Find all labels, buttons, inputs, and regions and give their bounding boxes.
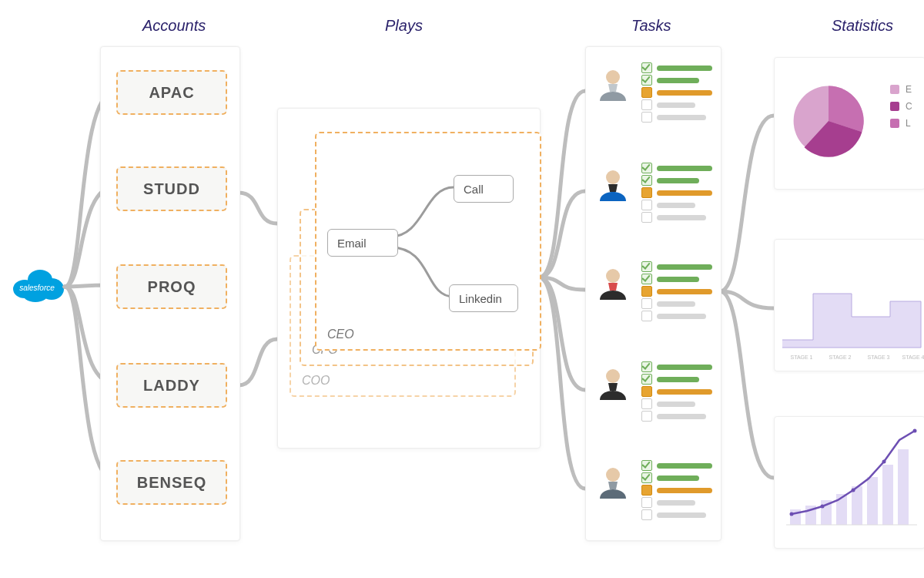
header-plays: Plays [385,17,423,35]
task-person[interactable] [594,361,713,439]
task-line [641,412,712,420]
task-bar [657,414,706,419]
play-node-email[interactable]: Email [327,229,398,257]
svg-point-13 [606,269,620,283]
task-bar [657,277,699,282]
task-checklist [641,64,712,126]
account-item[interactable]: APAC [116,70,227,115]
checkbox-empty-icon [641,497,652,508]
checkbox-done-icon [641,361,652,372]
svg-text:STAGE 2: STAGE 2 [829,355,851,360]
checkbox-empty-icon [641,112,652,123]
task-person[interactable] [594,62,713,139]
task-line [641,388,712,395]
task-line [641,275,712,283]
pie-chart-icon [782,75,875,167]
checkbox-pending-icon [641,485,652,496]
account-item[interactable]: BENSEQ [116,460,227,505]
task-bar [657,115,706,120]
checkbox-empty-icon [641,200,652,210]
stat-card-trend[interactable] [774,416,924,549]
avatar-icon [595,264,631,300]
task-line [641,189,712,197]
checkbox-done-icon [641,261,652,272]
task-line [641,164,712,172]
task-bar [657,178,699,183]
accounts-panel: APAC STUDD PROQ LADDY BENSEQ [100,46,240,541]
task-bar [657,488,712,493]
svg-text:STAGE 4: STAGE 4 [902,355,924,360]
task-bar [657,90,712,96]
task-bar [657,289,712,294]
checkbox-pending-icon [641,286,652,297]
task-bar [657,314,706,319]
trend-chart-icon [775,417,924,548]
checkbox-empty-icon [641,298,652,309]
task-line [641,176,712,184]
task-checklist [641,363,712,425]
task-checklist [641,462,712,523]
task-bar [657,389,712,395]
header-tasks: Tasks [631,17,671,35]
account-item[interactable]: PROQ [116,264,227,309]
task-line [641,64,712,72]
task-line [641,486,712,494]
stat-card-pie[interactable]: E C L [774,57,924,190]
task-bar [657,365,712,370]
task-checklist [641,164,712,226]
svg-point-33 [913,429,917,433]
play-node-linkedin[interactable]: Linkedin [449,284,518,312]
checkbox-empty-icon [641,411,652,422]
task-line [641,201,712,209]
task-line [641,89,712,96]
checkbox-pending-icon [641,386,652,397]
svg-point-29 [790,512,794,516]
header-accounts: Accounts [142,17,206,35]
account-item[interactable]: LADDY [116,363,227,408]
legend-item: L [890,118,912,129]
task-line [641,375,712,383]
svg-text:STAGE 1: STAGE 1 [790,355,812,360]
task-bar [657,190,712,196]
plays-panel: COO CFO Email Call Linkedin CEO [277,108,541,449]
task-bar [657,102,695,108]
play-card-ceo[interactable]: Email Call Linkedin CEO [315,132,541,351]
svg-text:salesforce: salesforce [19,284,55,292]
task-bar [657,166,712,171]
task-person[interactable] [594,460,713,537]
stat-card-stages[interactable]: STAGE 1 STAGE 2 STAGE 3 STAGE 4 [774,239,924,371]
checkbox-done-icon [641,472,652,483]
svg-point-14 [606,369,620,383]
checkbox-empty-icon [641,212,652,223]
checkbox-done-icon [641,274,652,284]
task-bar [657,215,706,220]
task-bar [657,476,699,481]
task-bar [657,66,712,71]
task-checklist [641,263,712,324]
account-item[interactable]: STUDD [116,166,227,211]
task-bar [657,402,695,407]
task-line [641,101,712,109]
task-line [641,499,712,506]
svg-rect-26 [867,477,878,525]
svg-rect-25 [852,486,862,525]
svg-text:STAGE 3: STAGE 3 [867,355,889,360]
svg-rect-28 [898,449,909,525]
svg-point-30 [821,505,825,509]
task-line [641,76,712,84]
avatar-icon [595,365,631,400]
task-person[interactable] [594,261,713,338]
task-bar [657,512,706,518]
area-chart-icon: STAGE 1 STAGE 2 STAGE 3 STAGE 4 [775,240,924,371]
header-statistics: Statistics [832,17,893,35]
svg-point-31 [852,489,855,492]
task-person[interactable] [594,163,713,240]
task-line [641,400,712,408]
play-node-call[interactable]: Call [454,175,514,203]
task-bar [657,78,699,83]
salesforce-source-icon: salesforce [9,266,65,304]
task-line [641,113,712,121]
task-bar [657,377,699,382]
task-line [641,511,712,519]
legend-item: E [890,84,912,95]
